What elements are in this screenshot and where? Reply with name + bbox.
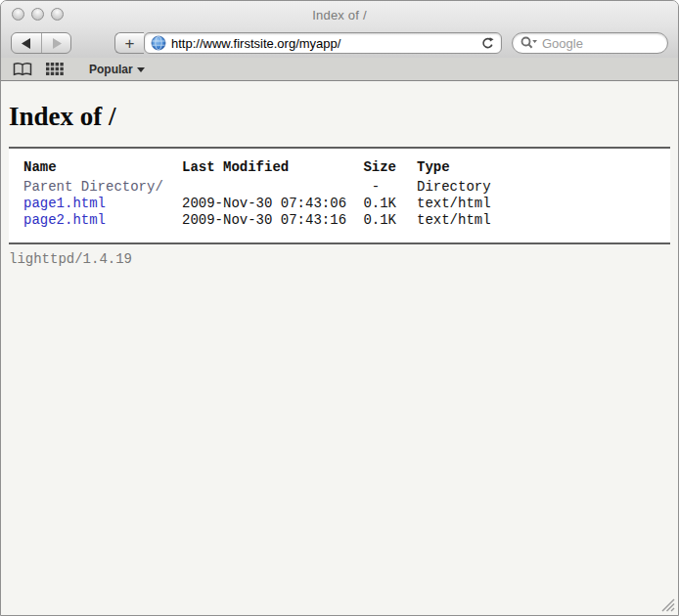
open-book-icon: [13, 62, 32, 76]
popular-menu-label: Popular: [89, 63, 133, 76]
column-header-size: Size: [350, 159, 396, 179]
web-page-content: Index of / Name Last Modified Size Type …: [1, 81, 678, 616]
plus-icon: +: [125, 35, 135, 52]
reload-icon[interactable]: [480, 36, 495, 51]
cell-type: Directory: [396, 179, 491, 196]
show-bookmarks-button[interactable]: [13, 62, 32, 76]
bookmarks-bar: Popular: [1, 58, 678, 81]
cell-size: 0.1K: [350, 212, 396, 229]
page-title: Index of /: [9, 102, 670, 132]
cell-type: text/html: [396, 212, 491, 229]
file-link-page1[interactable]: page1.html: [23, 196, 106, 211]
traffic-lights: [12, 8, 64, 21]
bookmarks-menu-popular[interactable]: Popular: [89, 63, 145, 76]
table-row: Parent Directory/ - Directory: [23, 179, 491, 196]
table-row: page2.html 2009-Nov-30 07:43:16 0.1K tex…: [23, 212, 491, 229]
cell-modified: 2009-Nov-30 07:43:06: [182, 196, 350, 212]
search-icon[interactable]: [521, 36, 537, 50]
zoom-window-button[interactable]: [51, 8, 64, 21]
directory-table: Name Last Modified Size Type Parent Dire…: [23, 159, 491, 229]
table-row: page1.html 2009-Nov-30 07:43:06 0.1K tex…: [23, 196, 491, 212]
resize-grip[interactable]: [660, 597, 675, 612]
cell-size: 0.1K: [350, 196, 396, 212]
back-arrow-icon: [22, 38, 31, 49]
cell-size: -: [350, 179, 396, 196]
address-bar[interactable]: http://www.firstsite.org/myapp/: [144, 32, 502, 54]
cell-modified: [182, 179, 350, 196]
server-version-text: lighttpd/1.4.19: [9, 251, 670, 267]
search-placeholder: Google: [542, 36, 583, 51]
url-text[interactable]: http://www.firstsite.org/myapp/: [171, 36, 480, 51]
directory-listing: Name Last Modified Size Type Parent Dire…: [9, 147, 670, 244]
table-header-row: Name Last Modified Size Type: [23, 159, 491, 179]
column-header-name: Name: [23, 159, 182, 179]
forward-arrow-icon: [52, 38, 62, 49]
navigation-buttons: [11, 32, 71, 54]
parent-directory-link[interactable]: Parent Directory/: [23, 179, 163, 195]
top-sites-button[interactable]: [46, 63, 64, 76]
column-header-modified: Last Modified: [182, 159, 350, 179]
search-field[interactable]: Google: [512, 32, 668, 54]
file-link-page2[interactable]: page2.html: [23, 212, 106, 228]
column-header-type: Type: [396, 159, 491, 179]
grid-icon: [46, 63, 64, 76]
cell-type: text/html: [396, 196, 491, 212]
new-tab-button[interactable]: +: [114, 32, 144, 54]
globe-favicon: [151, 35, 166, 51]
cell-modified: 2009-Nov-30 07:43:16: [182, 212, 350, 229]
titlebar[interactable]: Index of /: [1, 1, 678, 28]
browser-window: Index of / +: [0, 0, 679, 616]
forward-button[interactable]: [41, 33, 70, 53]
browser-chrome: Index of / +: [1, 1, 678, 58]
toolbar: + http://www.firstsite.org/myapp/: [1, 28, 678, 58]
close-window-button[interactable]: [12, 8, 24, 21]
chevron-down-icon: [137, 67, 145, 72]
back-button[interactable]: [12, 33, 41, 53]
minimize-window-button[interactable]: [31, 8, 44, 21]
window-title: Index of /: [312, 8, 366, 22]
